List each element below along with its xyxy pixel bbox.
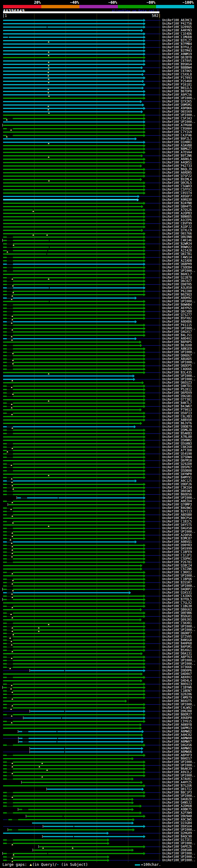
hit-bar[interactable] [3,524,143,526]
hit-bar[interactable] [3,528,143,529]
hit-bar[interactable] [3,684,143,685]
hit-bar[interactable] [3,40,143,41]
hit-label[interactable]: UniRef100_B4P5M1 [162,645,192,648]
hit-label[interactable]: UniRef100_C7GLX2 [162,601,192,604]
hit-bar[interactable] [3,270,143,272]
hit-bar[interactable] [3,362,143,363]
hit-bar[interactable] [3,762,143,763]
hit-bar[interactable] [3,338,135,339]
hit-label[interactable]: UniRef100_B0WHB4 [162,303,192,306]
hit-bar[interactable] [3,491,143,492]
hit-bar[interactable] [3,257,143,258]
hit-bar[interactable] [3,460,143,461]
hit-bar[interactable] [3,152,143,153]
hit-bar[interactable] [3,745,143,746]
hit-label[interactable]: UniRef100_A6N9Y8 [162,723,192,726]
hit-bar[interactable] [3,450,143,451]
hit-label[interactable]: UniRef100_UPI000.. [162,659,195,662]
hit-label[interactable]: UniRef100_B6AK39 [162,767,192,770]
hit-label[interactable]: UniRef100_UPI000.. [162,496,195,499]
hit-label[interactable]: UniRef100_B4NSG8 [162,638,192,642]
hit-bar[interactable] [3,423,140,424]
hit-bar[interactable] [3,115,143,116]
hit-label[interactable]: UniRef100_A4RYN3 [162,29,192,32]
hit-label[interactable]: UniRef100_Q6PDV9 [162,391,192,395]
hit-bar[interactable] [3,843,107,844]
hit-label[interactable]: UniRef100_Q66SW3 [162,489,192,493]
hit-bar[interactable] [3,348,143,349]
hit-label[interactable]: UniRef100_Q20206 [162,692,192,696]
hit-bar[interactable] [3,518,143,519]
hit-bar[interactable] [3,138,135,140]
hit-bar[interactable] [3,609,140,610]
hit-label[interactable]: UniRef100_A8X0V2 [162,676,192,679]
hit-bar[interactable] [3,839,107,841]
hit-label[interactable]: UniRef100_A2DHU8 [162,804,192,808]
hit-bar[interactable] [3,534,143,536]
hit-label[interactable]: UniRef100_A9P8K6 [162,106,192,110]
hit-bar[interactable] [3,135,143,136]
hit-bar[interactable] [3,511,143,512]
hit-bar[interactable] [3,545,143,546]
hit-bar[interactable] [3,805,140,807]
hit-label[interactable]: UniRef100_UPI000.. [162,628,195,631]
hit-label[interactable]: UniRef100_B8MGZ7 [162,147,192,151]
hit-label[interactable]: UniRef100_A1DFJ2 [162,225,192,228]
hit-bar[interactable] [3,260,143,261]
hit-label[interactable]: UniRef100_C4R146 [162,239,192,242]
hit-label[interactable]: UniRef100_Q4N5J2 [162,801,192,804]
hit-bar[interactable] [3,155,141,156]
hit-label[interactable]: UniRef100_B4MY91 [162,476,192,479]
hit-bar[interactable] [39,846,144,847]
hit-bar[interactable] [3,186,143,187]
hit-bar[interactable] [3,111,141,113]
hit-label[interactable]: UniRef100_P25460 [162,80,192,83]
hit-bar[interactable] [3,20,143,21]
hit-bar[interactable] [3,463,143,465]
hit-bar[interactable] [3,409,140,410]
hit-label[interactable]: UniRef100_C4M979 [162,696,192,699]
hit-bar[interactable] [3,690,143,691]
hit-bar[interactable] [30,670,143,671]
hit-label[interactable]: UniRef100_B3MC87 [162,537,192,540]
hit-bar[interactable] [3,47,143,48]
hit-bar[interactable] [17,497,144,498]
hit-bar[interactable] [3,57,143,58]
hit-bar[interactable] [3,552,143,553]
hit-label[interactable]: UniRef100_UPI000.. [162,361,195,364]
hit-label[interactable]: UniRef100_Q4QRP2 [162,588,192,591]
hit-label[interactable]: UniRef100_A9UDP0 [162,716,192,720]
hit-label[interactable]: UniRef100_B5FX82 [162,316,192,320]
hit-label[interactable]: UniRef100_C3KHI2 [162,570,192,574]
hit-label[interactable]: UniRef100_B4LJS1 [162,334,192,337]
hit-label[interactable]: UniRef100_B9FZL3 [162,137,192,141]
hit-label[interactable]: UniRef100_UPI000.. [162,377,195,381]
hit-label[interactable]: UniRef100_Q9D0P6 [162,669,192,672]
hit-bar[interactable] [33,849,131,851]
hit-label[interactable]: UniRef100_Q86G63 [162,608,192,611]
hit-label[interactable]: UniRef100_Q017I2 [162,787,192,791]
hit-label[interactable]: UniRef100_Q95P67 [162,466,192,469]
hit-label[interactable]: UniRef100_Q0U3N8 [162,235,192,239]
hit-bar[interactable] [3,74,142,75]
hit-bar[interactable] [3,562,143,563]
hit-bar[interactable] [3,382,142,383]
hit-label[interactable]: UniRef100_UPI000.. [162,841,195,845]
hit-label[interactable]: UniRef100_A9NM19 [162,52,192,56]
hit-label[interactable]: UniRef100_A8UAD5 [162,357,192,361]
hit-bar[interactable] [3,104,142,105]
hit-bar[interactable] [3,406,143,407]
hit-bar[interactable] [3,192,143,194]
hit-bar[interactable] [3,331,143,333]
hit-bar[interactable] [3,128,143,129]
hit-label[interactable]: UniRef100_B4QC90 [162,835,192,838]
hit-bar[interactable] [3,98,143,99]
hit-label[interactable]: UniRef100_P26781 [162,560,192,564]
hit-label[interactable]: UniRef100_A4QR51 [162,161,192,164]
hit-label[interactable]: UniRef100_B6QLJ9 [162,167,192,171]
hit-label[interactable]: UniRef100_C4LW92 [162,706,192,709]
hit-bar[interactable] [3,314,143,316]
hit-bar[interactable] [3,375,133,377]
hit-label[interactable]: UniRef100_A8PT63 [162,655,192,659]
hit-bar[interactable] [3,50,143,52]
